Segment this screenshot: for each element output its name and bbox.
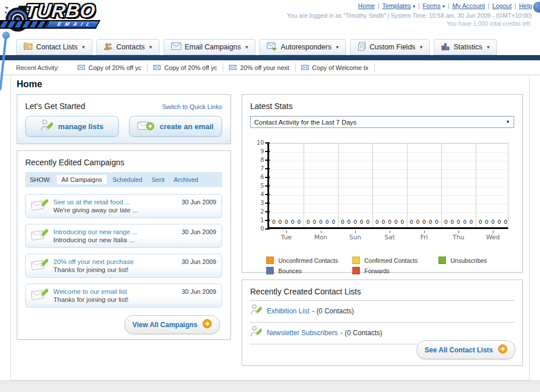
latest-stats-panel: Latest Stats Contact Activity for the La… bbox=[242, 94, 523, 273]
link-my-account[interactable]: My Account bbox=[452, 2, 485, 9]
get-started-title: Let's Get Started bbox=[25, 102, 86, 111]
chevron-down-icon: ▾ bbox=[420, 44, 423, 50]
contact-activity-chart: 0000000000000000000000000000000000001234… bbox=[252, 143, 514, 251]
tab-custom-fields[interactable]: Custom Fields ▾ bbox=[350, 39, 430, 55]
contact-list-link[interactable]: Newsletter Subscribers bbox=[267, 329, 337, 337]
chart-value-labels: 00000 bbox=[269, 219, 304, 225]
tab-label: Autoresponders bbox=[281, 43, 331, 51]
tab-contact-lists[interactable]: Contact Lists ▾ bbox=[16, 39, 92, 55]
turbo-email-logo: TURBO EMAIL bbox=[5, 2, 98, 36]
chevron-down-icon: ▾ bbox=[442, 3, 445, 9]
campaign-date: 30 Jun 2009 bbox=[181, 199, 216, 205]
link-separator: | bbox=[448, 2, 449, 9]
link-logout[interactable]: Logout bbox=[492, 2, 512, 9]
tab-label: Statistics bbox=[453, 43, 482, 51]
tab-statistics[interactable]: Statistics ▾ bbox=[434, 39, 497, 55]
campaign-subtitle: Introducing our new Italia ... bbox=[53, 236, 181, 243]
campaign-title-link[interactable]: Welcome to our email list bbox=[53, 288, 181, 295]
see-all-contact-lists-label: See All Contact Lists bbox=[425, 346, 493, 354]
tab-autoresponders[interactable]: Autoresponders ▾ bbox=[259, 39, 346, 55]
recent-activity-bar: Recent Activity: Copy of 20% off yc Copy… bbox=[0, 60, 540, 75]
bar-chart-icon bbox=[441, 42, 450, 52]
manage-lists-label: manage lists bbox=[58, 122, 103, 131]
campaign-date: 30 Jun 2009 bbox=[181, 258, 216, 265]
contact-lists-panel: Recently Created Contact Lists Exhibitio… bbox=[242, 280, 523, 366]
link-forms[interactable]: Forms▾ bbox=[423, 2, 445, 9]
envelope-edit-icon bbox=[31, 258, 48, 274]
logo-email-bar: EMAIL bbox=[0, 20, 98, 29]
logo-word-email: EMAIL bbox=[46, 20, 100, 29]
contacts-people-icon bbox=[104, 42, 113, 52]
campaign-filter-link[interactable]: Scheduled bbox=[112, 176, 142, 183]
chevron-down-icon: ▾ bbox=[336, 44, 339, 50]
recent-activity-item[interactable]: Copy of Welcome tx bbox=[296, 63, 375, 72]
campaign-filter-link[interactable]: All Campaigns bbox=[57, 175, 107, 184]
arrow-right-icon bbox=[498, 344, 507, 355]
chevron-down-icon: ▾ bbox=[413, 3, 415, 9]
switch-quick-links-link[interactable]: Switch to Quick Links bbox=[162, 103, 222, 110]
campaign-subtitle: Thanks for joining our list! bbox=[53, 296, 181, 303]
logo-word-turbo: TURBO bbox=[24, 2, 96, 20]
envelope-icon bbox=[229, 64, 236, 71]
tab-label: Contact Lists bbox=[36, 43, 77, 51]
campaign-row[interactable]: Introducing our new range ... Introducin… bbox=[25, 224, 222, 248]
link-templates[interactable]: Templates▾ bbox=[382, 2, 415, 9]
create-email-button[interactable]: create an email bbox=[129, 116, 223, 137]
contact-list-link[interactable]: Exhibition List bbox=[267, 307, 309, 315]
campaign-subtitle: Thanks for joining our list! bbox=[53, 266, 181, 273]
stats-period-value: Contact Activity for the Last 7 Days bbox=[254, 119, 506, 126]
envelope-arrow-icon bbox=[267, 42, 277, 52]
link-help[interactable]: Help bbox=[519, 2, 532, 9]
top-links: Home|Templates▾|Forms▾|My Account|Logout… bbox=[287, 2, 532, 9]
recent-activity-item[interactable]: 20% off your next bbox=[223, 63, 295, 72]
chevron-down-icon: ▾ bbox=[82, 44, 85, 50]
recent-activity-item[interactable]: Copy of 20% off yc bbox=[147, 63, 223, 72]
campaign-title-link[interactable]: Introducing our new range ... bbox=[53, 228, 181, 235]
campaigns-panel: Recently Edited Campaigns SHOW: All Camp… bbox=[17, 150, 231, 340]
campaign-filter-link[interactable]: Sent bbox=[151, 176, 165, 183]
campaign-row[interactable]: Welcome to our email list Thanks for joi… bbox=[25, 284, 222, 308]
person-pencil-icon bbox=[250, 325, 262, 340]
logo-stripes bbox=[0, 20, 50, 29]
tab-email-campaigns[interactable]: Email Campaigns ▾ bbox=[164, 39, 256, 55]
link-separator: | bbox=[488, 2, 490, 9]
see-all-contact-lists-button[interactable]: See All Contact Lists bbox=[417, 340, 515, 359]
person-pencil-icon bbox=[40, 119, 53, 134]
latest-stats-title: Latest Stats bbox=[250, 102, 514, 111]
envelope-icon bbox=[153, 64, 161, 71]
contact-list-detail: - (0 Contacts) bbox=[312, 307, 354, 315]
main-nav: Contact Lists ▾ Contacts ▾ Email Campaig… bbox=[0, 38, 540, 55]
recent-activity-item[interactable]: Copy of 20% off yc bbox=[72, 63, 147, 72]
chart-value-labels: 00000 bbox=[338, 219, 372, 225]
campaign-filter-link[interactable]: Archived bbox=[174, 176, 199, 183]
campaign-row[interactable]: See us at the retail food ... We're givi… bbox=[25, 194, 222, 218]
view-all-campaigns-label: View All Campaigns bbox=[133, 321, 197, 329]
legend-item: Bounces bbox=[266, 267, 352, 274]
campaign-row[interactable]: 20% off your next purchase Thanks for jo… bbox=[25, 254, 222, 278]
logo-text: TURBO EMAIL bbox=[25, 2, 98, 29]
contact-list-detail: - (0 Contacts) bbox=[340, 329, 382, 337]
contact-lists-folder-icon bbox=[24, 42, 33, 52]
envelope-edit-icon bbox=[31, 198, 48, 214]
campaign-date: 30 Jun 2009 bbox=[181, 288, 216, 295]
person-pencil-icon bbox=[250, 304, 262, 319]
divider-bar bbox=[0, 55, 540, 60]
campaign-title-link[interactable]: See us at the retail food ... bbox=[53, 199, 181, 205]
view-all-campaigns-button[interactable]: View All Campaigns bbox=[125, 315, 220, 334]
chart-legend: Unconfirmed ContactsConfirmed ContactsUn… bbox=[266, 257, 514, 274]
chevron-down-icon: ▾ bbox=[487, 44, 490, 50]
envelope-edit-icon bbox=[31, 228, 48, 244]
link-separator: | bbox=[378, 2, 379, 9]
manage-lists-button[interactable]: manage lists bbox=[25, 116, 119, 137]
stats-period-select[interactable]: Contact Activity for the Last 7 Days ▼ bbox=[250, 116, 514, 128]
tab-label: Email Campaigns bbox=[185, 43, 241, 51]
link-home[interactable]: Home bbox=[358, 2, 375, 9]
envelope-icon bbox=[77, 64, 85, 71]
recent-activity-text: Copy of 20% off yc bbox=[164, 64, 217, 71]
campaign-title-link[interactable]: 20% off your next purchase bbox=[53, 258, 181, 265]
credits-info: You have 1,000 total credits left. bbox=[287, 20, 532, 27]
tab-label: Contacts bbox=[116, 43, 145, 51]
envelope-plus-icon bbox=[137, 120, 154, 133]
tab-contacts[interactable]: Contacts ▾ bbox=[96, 39, 160, 55]
get-started-panel: Let's Get Started Switch to Quick Links … bbox=[17, 94, 231, 144]
